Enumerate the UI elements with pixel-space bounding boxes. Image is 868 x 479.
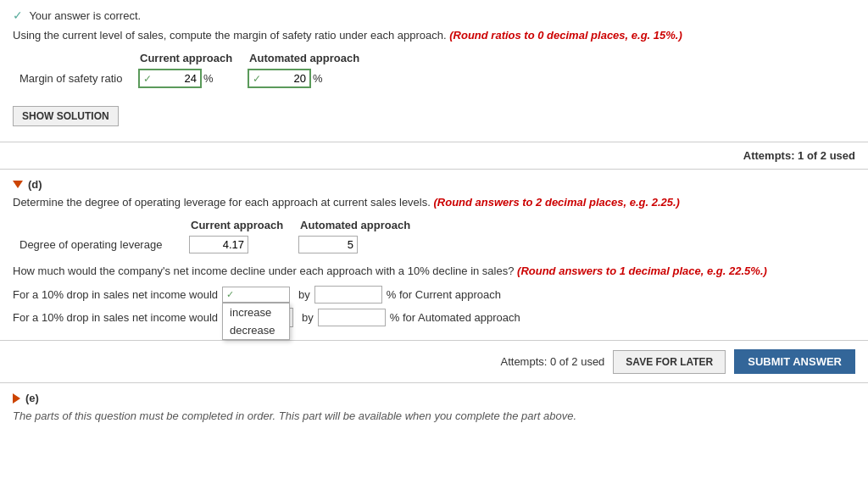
collapse-icon-d[interactable] [13,181,23,188]
section-c-table: Current approach Automated approach Marg… [13,50,855,91]
automated-percent: % [313,72,323,85]
current-approach-input[interactable] [154,72,197,85]
save-later-button[interactable]: SAVE FOR LATER [613,350,726,374]
check-icon-current: ✓ [143,73,152,85]
dropdown-container-1: ✓ increase decrease [222,287,290,303]
leverage-label: Degree of operating leverage [13,233,182,256]
row2-approach-label: % for Automated approach [390,311,520,324]
correct-message: ✓ Your answer is correct. [13,8,855,22]
decline-instruction-block: How much would the company's net income … [13,265,855,277]
leverage-current-input[interactable] [189,236,248,253]
current-input-wrapper: ✓ [138,69,202,88]
check-icon-automated: ✓ [253,73,261,85]
section-d: (d) Determine the degree of operating le… [0,170,868,341]
drop-row-1: For a 10% drop in sales net income would… [13,286,855,304]
automated-approach-input[interactable] [264,72,306,85]
row1-percent-input[interactable] [314,286,382,304]
leverage-automated-input[interactable] [298,236,358,253]
section-e-note: The parts of this question must be compl… [13,409,855,422]
dropdown-option-decrease-1[interactable]: decrease [223,321,289,339]
section-c-attempts: Attempts: 1 of 2 used [0,142,868,170]
current-percent: % [203,72,214,85]
row1-by: by [298,288,310,301]
dropdown-1-trigger[interactable]: ✓ [222,287,290,303]
section-e-letter: (e) [25,392,39,404]
dropdown-1-menu: increase decrease [222,303,290,340]
show-solution-button[interactable]: SHOW SOLUTION [13,106,119,126]
leverage-row: Degree of operating leverage [13,233,419,256]
section-e: (e) The parts of this question must be c… [0,383,868,431]
table-header: Current approach Automated approach [13,50,368,66]
row2-prefix: For a 10% drop in sales net income would [13,311,218,324]
row1-approach-label: % for Current approach [387,288,501,301]
automated-approach-cell: ✓ % [248,69,361,88]
col1-header: Current approach [131,50,241,66]
col2-header: Automated approach [241,50,368,66]
section-d-header: (d) [13,178,855,191]
current-approach-cell: ✓ % [138,69,234,88]
expand-icon-e[interactable] [13,393,20,404]
submit-button[interactable]: SUBMIT ANSWER [734,349,855,374]
section-d-attempts: Attempts: 0 of 2 used [501,355,605,368]
leverage-col2-header: Automated approach [292,217,419,233]
leverage-table-header: Current approach Automated approach [13,217,419,233]
section-d-table: Current approach Automated approach Degr… [13,217,855,256]
section-d-letter: (d) [28,178,42,191]
row2-percent-input[interactable] [318,309,386,326]
automated-input-wrapper: ✓ [248,69,311,88]
row2-by: by [302,311,314,324]
checkmark-icon: ✓ [13,8,23,22]
dropdown-option-increase-1[interactable]: increase [223,304,289,321]
section-e-header: (e) [13,392,855,404]
drop-row-2: For a 10% drop in sales net income would… [13,308,855,327]
section-d-actions: Attempts: 0 of 2 used SAVE FOR LATER SUB… [0,341,868,383]
section-d-instruction: Determine the degree of operating levera… [13,196,855,209]
row1-prefix: For a 10% drop in sales net income would [13,288,218,301]
margin-safety-row: Margin of safety ratio ✓ % [13,66,368,91]
dropdown-checkmark-1: ✓ [226,289,234,300]
margin-safety-label: Margin of safety ratio [13,66,131,91]
section-c-instruction: Using the current level of sales, comput… [13,29,855,42]
leverage-col1-header: Current approach [182,217,292,233]
